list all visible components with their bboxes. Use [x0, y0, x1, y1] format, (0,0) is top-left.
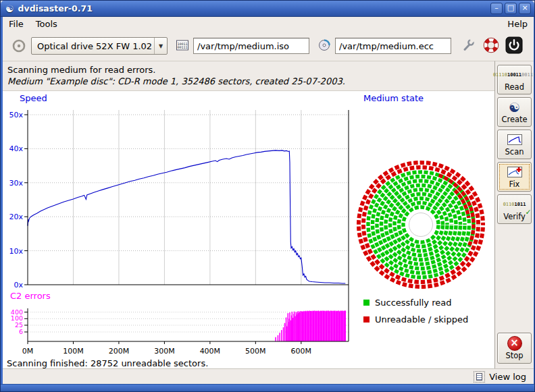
svg-text:0M: 0M	[22, 347, 34, 356]
check-icon: ✓	[526, 210, 530, 214]
status-line-2: Medium "Example disc": CD-R mode 1, 3524…	[7, 76, 345, 86]
scan-graph-icon	[507, 132, 522, 147]
svg-text:400M: 400M	[200, 347, 221, 356]
stop-button-label: Stop	[505, 351, 523, 360]
help-button[interactable]	[481, 35, 501, 55]
svg-text:0x: 0x	[14, 281, 23, 289]
binary-verify-icon: 0110 1011 ✓	[503, 197, 526, 212]
view-log-button[interactable]: View log	[472, 370, 528, 383]
medium-state-label: Medium state	[363, 93, 424, 103]
ecc-file-icon	[317, 39, 331, 54]
svg-text:6: 6	[19, 328, 23, 335]
status-line-1: Scanning medium for read errors.	[7, 65, 155, 75]
read-button[interactable]: 01110 10011 00111 Read	[497, 65, 532, 94]
quit-button[interactable]	[504, 35, 524, 55]
fix-tools-icon	[507, 165, 522, 179]
verify-button-label: Verify	[503, 212, 526, 221]
footer-bar: View log	[3, 368, 534, 384]
yin-yang-icon: ☯	[509, 100, 520, 115]
preferences-button[interactable]	[459, 36, 478, 55]
iso-path-input[interactable]	[193, 38, 309, 54]
menu-tools[interactable]: Tools	[30, 18, 63, 30]
action-column: 01110 10011 00111 Read ☯ Create Scan	[494, 61, 534, 368]
disc-icon	[11, 38, 26, 53]
legend-unreadable: Unreadable / skipped	[363, 314, 468, 325]
svg-text:100: 100	[11, 314, 23, 322]
status-area: Scanning medium for read errors. Medium …	[3, 61, 534, 90]
speed-c2-chart: 0x10x20x30x40x50x6251004000M100M200M300M…	[5, 91, 359, 358]
svg-text:30x: 30x	[9, 179, 23, 188]
verify-button[interactable]: 0110 1011 ✓ Verify	[497, 194, 532, 224]
main-canvas: Speed C2 errors 0x10x20x30x40x50x6251004…	[3, 90, 494, 368]
view-log-label: View log	[489, 372, 526, 382]
scan-button[interactable]: Scan	[497, 130, 532, 159]
legend-successfully-read: Successfully read	[363, 298, 451, 308]
svg-text:40x: 40x	[9, 144, 23, 153]
binary-read-icon: 01110 10011 00111	[493, 67, 535, 82]
toolbar: Optical drive 52X FW 1.02 ▼ 10011 00111	[3, 31, 534, 61]
iso-file-icon: 10011 00111	[176, 39, 189, 54]
scan-finished-status: Scanning finished: 28752 unreadable sect…	[7, 358, 208, 368]
stop-button[interactable]: × Stop	[497, 333, 532, 364]
menu-file[interactable]: File	[3, 18, 30, 30]
medium-state-disc	[350, 156, 492, 293]
create-button[interactable]: ☯ Create	[497, 97, 532, 127]
minimize-button[interactable]: –	[490, 3, 503, 14]
fix-button[interactable]: Fix	[497, 162, 532, 192]
scan-button-label: Scan	[505, 147, 524, 157]
svg-text:00111: 00111	[177, 45, 187, 49]
legend-read-label: Successfully read	[375, 298, 451, 308]
create-button-label: Create	[501, 115, 527, 124]
svg-text:400: 400	[11, 308, 23, 316]
green-swatch	[363, 300, 370, 306]
svg-text:20x: 20x	[9, 213, 23, 221]
legend-unreadable-label: Unreadable / skipped	[375, 314, 468, 325]
menu-help[interactable]: Help	[501, 18, 534, 30]
titlebar[interactable]: ☯ dvdisaster-0.71 – □ ×	[1, 1, 534, 17]
close-button[interactable]: ×	[519, 3, 531, 14]
drive-select-value: Optical drive 52X FW 1.02	[32, 41, 154, 51]
fix-button-label: Fix	[509, 179, 520, 189]
wrench-icon	[462, 38, 476, 52]
menubar: File Tools Help	[3, 17, 534, 31]
svg-text:500M: 500M	[245, 347, 266, 356]
svg-text:100M: 100M	[63, 347, 84, 356]
stop-x-icon: ×	[507, 336, 522, 351]
svg-text:10x: 10x	[9, 247, 23, 256]
log-sheet-icon	[474, 371, 485, 383]
read-button-label: Read	[505, 82, 524, 92]
svg-text:25: 25	[15, 321, 23, 329]
ecc-path-input[interactable]	[335, 38, 451, 54]
power-icon	[505, 36, 523, 54]
lifesaver-icon	[483, 37, 499, 53]
dvdisaster-window: ☯ dvdisaster-0.71 – □ × File Tools Help …	[0, 0, 535, 392]
window-frame-bottom	[1, 384, 534, 392]
svg-text:600M: 600M	[291, 347, 312, 356]
drive-select[interactable]: Optical drive 52X FW 1.02 ▼	[31, 37, 168, 55]
app-icon: ☯	[5, 4, 14, 13]
chevron-down-icon: ▼	[154, 38, 167, 54]
drive-icon-button[interactable]	[9, 36, 28, 55]
svg-text:300M: 300M	[154, 347, 175, 356]
svg-text:50x: 50x	[9, 111, 23, 119]
red-swatch	[363, 316, 370, 323]
window-title: dvdisaster-0.71	[18, 3, 93, 13]
svg-text:200M: 200M	[109, 347, 130, 356]
maximize-button[interactable]: □	[505, 3, 517, 14]
